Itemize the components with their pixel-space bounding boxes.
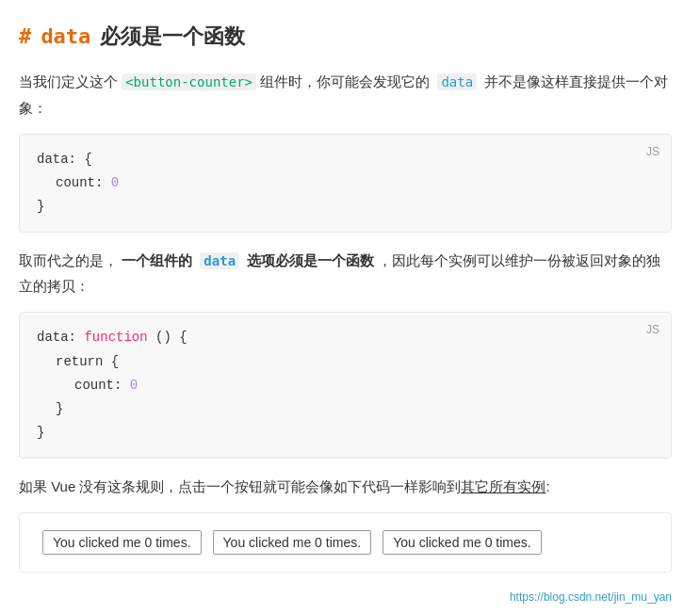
code2-line4: } <box>37 397 654 421</box>
para3-text: 如果 Vue 没有这条规则，点击一个按钮就可能会像如下代码一样影响到 <box>19 478 461 494</box>
para2-bold2: 选项必须是一个函数 <box>247 252 374 268</box>
watermark-text: https://blog.csdn.net/jin_mu_yan <box>510 590 672 604</box>
code-block-2: JS data: function () { return { count: 0… <box>19 312 672 459</box>
demo-button-2[interactable]: You clicked me 0 times. <box>213 530 372 555</box>
demo-button-1[interactable]: You clicked me 0 times. <box>42 530 202 555</box>
para1-middle: 组件时，你可能会发现它的 <box>260 73 430 89</box>
code2-lang: JS <box>646 320 659 341</box>
title-data-keyword: data <box>41 24 90 48</box>
watermark: https://blog.csdn.net/jin_mu_yan <box>19 588 672 606</box>
title-hash: # <box>19 24 31 48</box>
code1-lang: JS <box>646 142 659 163</box>
code2-line1: data: function () { <box>37 326 654 349</box>
page-title: # data 必须是一个函数 <box>19 19 672 54</box>
code1-line2: count: 0 <box>37 171 654 195</box>
para2-data: data <box>200 252 239 269</box>
para1-data: data <box>437 73 477 90</box>
demo-button-3[interactable]: You clicked me 0 times. <box>383 530 542 555</box>
para1-prefix: 当我们定义这个 <box>19 73 118 89</box>
para2-bold1: 一个组件的 <box>122 252 192 268</box>
code2-line3: count: 0 <box>37 374 654 397</box>
title-main-text: 必须是一个函数 <box>100 24 245 48</box>
para2-prefix: 取而代之的是， <box>19 252 118 268</box>
code2-line2: return { <box>37 350 654 374</box>
demo-box: You clicked me 0 times. You clicked me 0… <box>19 512 672 573</box>
code-block-1: JS data: { count: 0 } <box>19 134 672 234</box>
paragraph-1: 当我们定义这个 <button-counter> 组件时，你可能会发现它的 da… <box>19 69 672 120</box>
code2-line5: } <box>37 421 654 444</box>
para1-component: <button-counter> <box>122 73 256 90</box>
paragraph-2: 取而代之的是， 一个组件的 data 选项必须是一个函数 ，因此每个实例可以维护… <box>19 248 672 299</box>
para3-suffix: : <box>545 478 549 494</box>
code1-line3: } <box>37 195 654 218</box>
paragraph-3: 如果 Vue 没有这条规则，点击一个按钮就可能会像如下代码一样影响到其它所有实例… <box>19 474 672 499</box>
para3-italic: 其它所有实例 <box>461 478 545 494</box>
code1-line1: data: { <box>37 148 654 171</box>
